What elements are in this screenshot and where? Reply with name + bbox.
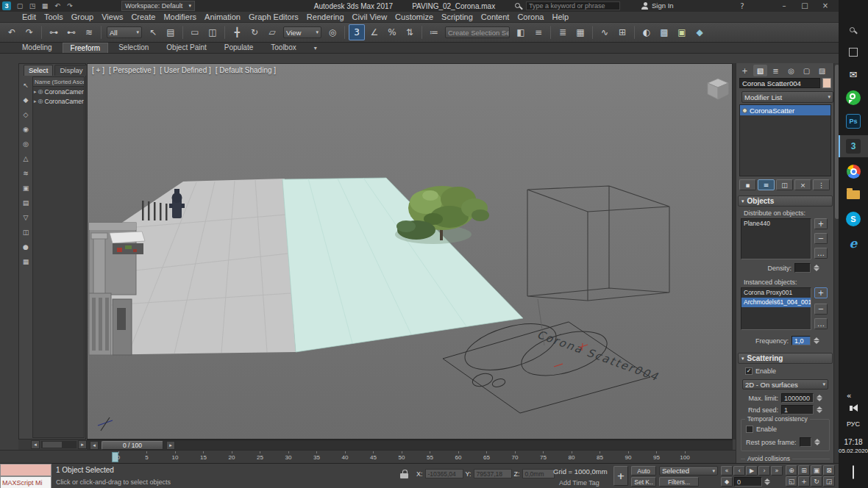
menu-item[interactable]: Modifiers	[163, 12, 196, 21]
scene-object-row[interactable]: ▸ ◎ CoronaCamera001	[33, 87, 84, 96]
select-filter-icon[interactable]: ↖	[21, 80, 31, 90]
orbit-button[interactable]: ↻	[811, 476, 822, 487]
expand-arrow-icon[interactable]: ▸	[34, 89, 37, 95]
remove-modifier-icon[interactable]: ×	[794, 179, 811, 190]
remove-distribute-object-button[interactable]: −	[814, 233, 828, 244]
key-filters-button[interactable]: Filters...	[659, 477, 699, 487]
ribbon-tab[interactable]: Toolbox	[263, 43, 303, 53]
object-color-swatch[interactable]	[822, 78, 831, 88]
maxscript-label[interactable]: MAXScript Mi	[0, 476, 51, 488]
menu-item[interactable]: Tools	[44, 12, 63, 21]
menu-item[interactable]: Content	[481, 12, 510, 21]
lights-filter-icon[interactable]: ◉	[21, 124, 31, 134]
y-coordinate-field[interactable]: 79537,18	[474, 469, 512, 478]
geometry-filter-icon[interactable]: ◆	[21, 95, 31, 105]
viewport[interactable]: Corona Scatter004 [ + ][ Perspective ][ …	[87, 63, 733, 439]
groups-filter-icon[interactable]: ▣	[21, 183, 31, 193]
max-limit-input[interactable]: 1000000	[781, 393, 814, 403]
display-tab-icon[interactable]: ▢	[800, 65, 814, 76]
pin-stack-icon[interactable]: ▪	[739, 179, 756, 190]
close-button[interactable]: ×	[817, 0, 834, 11]
set-key-button[interactable]: Set K..	[631, 477, 656, 487]
play-button[interactable]: ▶	[746, 466, 758, 476]
percent-snap-icon[interactable]: %	[384, 24, 400, 40]
named-selection-set-combo[interactable]: Create Selection Set ▾	[445, 26, 510, 38]
frame-spinner[interactable]	[764, 477, 771, 487]
add-time-tag[interactable]: Add Time Tag	[559, 479, 600, 487]
max-limit-spinner[interactable]	[817, 393, 823, 403]
create-tab-icon[interactable]: +	[738, 65, 752, 76]
redo-icon[interactable]: ↷	[21, 24, 38, 40]
expand-arrow-icon[interactable]: ▸	[34, 98, 37, 104]
select-and-scale-icon[interactable]: ▱	[264, 24, 280, 40]
explorer-hscrollbar[interactable]: ◂ ▸	[18, 439, 86, 450]
menu-item[interactable]: Customize	[395, 12, 433, 21]
maximize-button[interactable]: □	[796, 0, 814, 11]
density-spinner[interactable]	[814, 263, 820, 273]
viewport-label-segment[interactable]: [ Perspective ]	[109, 66, 155, 74]
ribbon-tab[interactable]: Selection	[111, 43, 156, 53]
menu-item[interactable]: Animation	[204, 12, 241, 21]
window-crossing-icon[interactable]: ◫	[204, 24, 221, 40]
3dsmax-app-icon[interactable]: 3	[2, 1, 11, 10]
timeline-ruler[interactable]: 0510152025303540455055606570758085909510…	[0, 450, 736, 463]
shapes-filter-icon[interactable]: ◇	[21, 110, 31, 120]
modifier-stack-row[interactable]: CoronaScatter	[740, 105, 830, 115]
track-bar[interactable]: ◂ 0 / 100 ▸	[87, 439, 733, 450]
explorer-tab[interactable]: Select	[24, 65, 53, 76]
open-file-icon[interactable]: ◳	[27, 1, 38, 10]
z-coordinate-field[interactable]: 0,0mm	[522, 469, 555, 478]
menu-item[interactable]: Graph Editors	[249, 12, 299, 21]
add-instanced-object-button[interactable]: +	[814, 287, 828, 298]
snaps-toggle-3d-icon[interactable]: 3	[349, 24, 365, 40]
explorer-tab[interactable]: Display	[54, 65, 88, 76]
curve-editor-icon[interactable]: ∿	[597, 24, 613, 40]
previous-frame-button[interactable]: ‹	[733, 466, 745, 476]
key-mode-toggle-button[interactable]: ◆	[721, 477, 733, 487]
spinner-snap-icon[interactable]: ⇅	[402, 24, 418, 40]
ribbon-tab[interactable]: Freeform	[63, 43, 109, 53]
modifier-bulb-icon[interactable]	[742, 108, 747, 113]
angle-snap-icon[interactable]: ∠	[366, 24, 383, 40]
mail-icon[interactable]: ✉	[839, 63, 868, 85]
spacewarps-filter-icon[interactable]: ≋	[21, 168, 31, 179]
auto-key-button[interactable]: Auto	[631, 466, 656, 476]
scene-explorer-list[interactable]: Name (Sorted Ascend ▸ ◎ CoronaCamera001 …	[32, 76, 85, 438]
current-frame-field[interactable]: 0	[734, 477, 762, 487]
unlink-selection-icon[interactable]: ⊷	[63, 24, 79, 40]
ribbon-toggle-icon[interactable]: ▦	[572, 24, 588, 40]
select-link-icon[interactable]: ⊶	[46, 24, 62, 40]
hierarchy-tab-icon[interactable]: ≣	[769, 65, 783, 76]
select-and-rotate-icon[interactable]: ↻	[246, 24, 263, 40]
minimize-button[interactable]: –	[775, 0, 793, 11]
zoom-button[interactable]: ⊕	[786, 465, 797, 476]
material-editor-icon[interactable]: ◐	[638, 24, 655, 40]
undo-icon[interactable]: ↶	[4, 24, 20, 40]
list-item[interactable]: Corona Proxy001	[741, 288, 811, 298]
rendered-frame-icon[interactable]: ▣	[674, 24, 690, 40]
selection-filter-dropdown[interactable]: All ▾	[107, 26, 142, 38]
whatsapp-icon[interactable]	[839, 87, 868, 109]
helpers-filter-icon[interactable]: △	[21, 154, 31, 164]
rest-pose-spinner[interactable]	[814, 437, 821, 447]
rollout-objects[interactable]: ▾ Objects	[738, 195, 833, 207]
frequency-input[interactable]: 1,0	[791, 336, 811, 345]
menu-item[interactable]: Rendering	[307, 12, 344, 21]
frequency-spinner[interactable]	[814, 336, 820, 345]
zoom-all-button[interactable]: ⊞	[798, 465, 810, 476]
scroll-thumb[interactable]	[43, 442, 62, 448]
next-frame-button[interactable]: ›	[758, 466, 770, 476]
rnd-seed-input[interactable]: 1	[781, 405, 814, 415]
rollout-scattering[interactable]: ▾ Scattering	[738, 353, 833, 364]
menu-item[interactable]: Group	[71, 12, 94, 21]
configure-modifier-sets-icon[interactable]: ⋮	[813, 179, 830, 190]
menu-item[interactable]: Scripting	[441, 12, 473, 21]
select-and-place-icon[interactable]: ◎	[324, 24, 341, 40]
action-center-icon[interactable]	[839, 466, 868, 479]
go-to-end-button[interactable]: »	[771, 466, 783, 476]
distribute-objects-list[interactable]: Plane440	[741, 218, 811, 259]
volume-icon[interactable]	[839, 404, 868, 412]
list-item[interactable]: Plane440	[741, 219, 811, 229]
menu-item[interactable]: Corona	[517, 12, 544, 21]
go-to-start-button[interactable]: «	[721, 466, 733, 476]
